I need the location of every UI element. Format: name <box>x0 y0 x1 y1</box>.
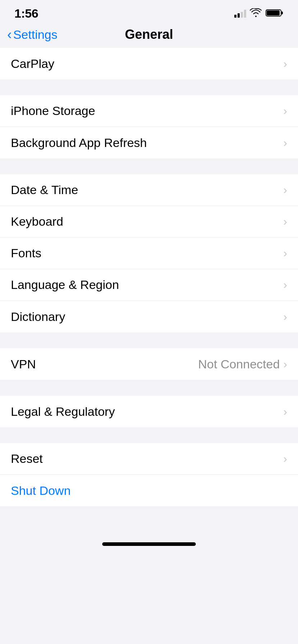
language-region-label: Language & Region <box>11 278 119 292</box>
section-reset: Reset › Shut Down <box>0 443 298 506</box>
svg-rect-1 <box>281 12 283 14</box>
chevron-icon: › <box>283 278 287 291</box>
home-indicator <box>0 535 298 549</box>
legal-regulatory-row[interactable]: Legal & Regulatory › <box>0 396 298 427</box>
chevron-icon: › <box>283 136 287 150</box>
back-label: Settings <box>13 28 58 42</box>
section-storage: iPhone Storage › Background App Refresh … <box>0 95 298 158</box>
section-gap-3 <box>0 332 298 348</box>
background-app-refresh-label: Background App Refresh <box>11 136 147 150</box>
status-icons <box>234 8 284 19</box>
chevron-icon: › <box>283 247 287 260</box>
section-vpn: VPN Not Connected › <box>0 348 298 380</box>
battery-icon <box>266 8 284 19</box>
keyboard-row[interactable]: Keyboard › <box>0 206 298 238</box>
language-region-row[interactable]: Language & Region › <box>0 269 298 301</box>
back-chevron-icon: ‹ <box>7 28 12 41</box>
shut-down-row[interactable]: Shut Down <box>0 475 298 506</box>
status-time: 1:56 <box>14 6 38 20</box>
chevron-icon: › <box>283 104 287 118</box>
section-carplay: CarPlay › <box>0 48 298 79</box>
iphone-storage-row[interactable]: iPhone Storage › <box>0 95 298 127</box>
date-time-row[interactable]: Date & Time › <box>0 174 298 206</box>
fonts-row[interactable]: Fonts › <box>0 238 298 269</box>
carplay-label: CarPlay <box>11 57 54 71</box>
chevron-icon: › <box>283 215 287 228</box>
chevron-icon: › <box>283 358 287 371</box>
section-gap-5 <box>0 427 298 443</box>
nav-bar: ‹ Settings General <box>0 24 298 48</box>
chevron-icon: › <box>283 57 287 70</box>
wifi-icon <box>250 8 262 19</box>
signal-icon <box>234 10 246 18</box>
vpn-label: VPN <box>11 357 36 371</box>
reset-label: Reset <box>11 452 43 466</box>
vpn-row[interactable]: VPN Not Connected › <box>0 348 298 380</box>
section-gap-4 <box>0 380 298 396</box>
back-button[interactable]: ‹ Settings <box>7 28 58 42</box>
reset-row[interactable]: Reset › <box>0 443 298 475</box>
chevron-icon: › <box>283 310 287 323</box>
vpn-value: Not Connected <box>198 357 280 371</box>
iphone-storage-label: iPhone Storage <box>11 104 95 118</box>
legal-regulatory-label: Legal & Regulatory <box>11 405 115 419</box>
page-title: General <box>125 27 173 42</box>
dictionary-label: Dictionary <box>11 310 65 324</box>
section-gap-1 <box>0 79 298 95</box>
section-gap-bottom <box>0 506 298 535</box>
date-time-label: Date & Time <box>11 183 78 197</box>
background-app-refresh-row[interactable]: Background App Refresh › <box>0 127 298 158</box>
section-legal: Legal & Regulatory › <box>0 396 298 427</box>
chevron-icon: › <box>283 452 287 465</box>
home-indicator-bar <box>102 542 196 546</box>
section-gap-2 <box>0 158 298 174</box>
status-bar: 1:56 <box>0 0 298 24</box>
chevron-icon: › <box>283 405 287 418</box>
svg-rect-2 <box>267 10 280 15</box>
fonts-label: Fonts <box>11 246 41 260</box>
chevron-icon: › <box>283 183 287 197</box>
shut-down-label: Shut Down <box>11 484 71 498</box>
keyboard-label: Keyboard <box>11 215 63 229</box>
section-locale: Date & Time › Keyboard › Fonts › Languag… <box>0 174 298 332</box>
carplay-row[interactable]: CarPlay › <box>0 48 298 79</box>
dictionary-row[interactable]: Dictionary › <box>0 301 298 332</box>
